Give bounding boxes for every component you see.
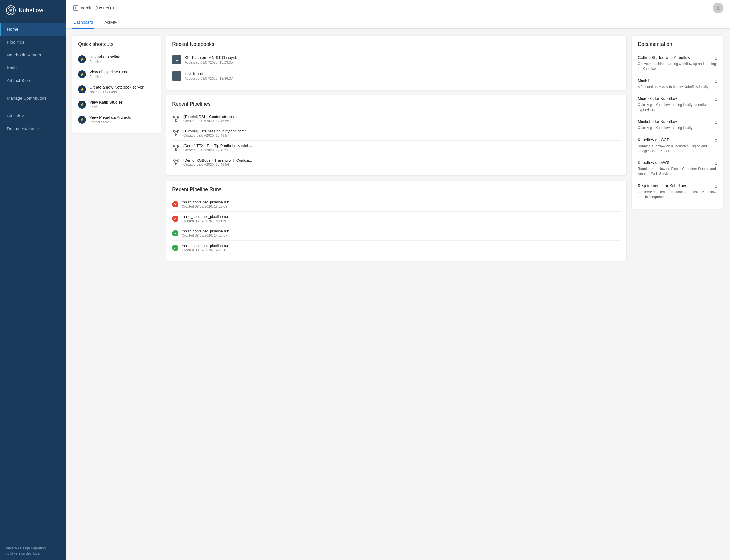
doc-item-6[interactable]: Requirements for Kubeflow ⧉ Get more det… [638, 180, 717, 203]
app-name: Kubeflow [19, 7, 43, 14]
documentation-column: Documentation Getting Started with Kubef… [632, 36, 723, 209]
namespace-dropdown-arrow: ▾ [112, 6, 114, 10]
pipeline-time-3: Created 08/07/2020, 12:46:54 [183, 163, 252, 167]
doc-title-5: Kubeflow on AWS [638, 160, 670, 165]
topbar-left: admin (Owner) ▾ [72, 5, 114, 11]
svg-point-16 [173, 145, 175, 147]
quick-shortcuts-title: Quick shortcuts [78, 41, 155, 47]
sidebar-item-artifact-store[interactable]: Artifact Store [0, 74, 66, 87]
shortcut-metadata-artifacts-label: View Metadata Artifacts [89, 115, 131, 120]
pipeline-item-0[interactable]: [Tutorial] DSL - Control structures Crea… [172, 112, 621, 126]
run-item-3[interactable]: ✓ mnist_container_pipeline run Created 0… [172, 241, 621, 255]
svg-line-9 [176, 117, 178, 120]
notebook-file-icon-1: ≡ [172, 71, 181, 81]
pipeline-item-2[interactable]: [Demo] TFX - Taxi Tip Prediction Model .… [172, 141, 621, 155]
run-status-icon-2: ✓ [172, 230, 178, 236]
doc-item-2[interactable]: Microk8s for Kubeflow ⧉ Quickly get Kube… [638, 93, 717, 116]
tab-dashboard[interactable]: Dashboard [72, 16, 94, 29]
sidebar-item-manage-contributors[interactable]: Manage Contributors [0, 92, 66, 105]
doc-item-1[interactable]: MiniKF ⧉ A fast and easy way to deploy K… [638, 75, 717, 93]
tabs: Dashboard Activity [66, 16, 730, 29]
svg-point-22 [173, 160, 175, 161]
notebook-item-0[interactable]: ≡ KF_Fashion_MNIST (1).ipynb Accessed 08… [172, 52, 621, 68]
svg-point-23 [177, 160, 179, 161]
shortcut-new-notebook-sub: Notebook Servers [89, 90, 144, 94]
shortcut-katib-studies[interactable]: ⚡ View Katib Studies Katib [78, 97, 155, 112]
svg-line-27 [176, 161, 178, 164]
content: Quick shortcuts ⚡ Upload a pipeline Pipe… [66, 29, 730, 560]
pipeline-time-1: Created 08/07/2020, 12:46:57 [183, 134, 249, 138]
recent-pipelines-card: Recent Pipelines [Tutorial] D [166, 95, 626, 175]
shortcut-new-notebook-label: Create a new Notebook server [89, 85, 144, 89]
run-time-3: Created 08/07/2020, 14:25:12 [182, 248, 229, 252]
shortcut-upload-pipeline-label: Upload a pipeline [89, 55, 120, 59]
shortcut-upload-pipeline[interactable]: ⚡ Upload a pipeline Pipelines [78, 52, 155, 67]
run-item-1[interactable]: ✕ mnist_container_pipeline run Created 0… [172, 212, 621, 226]
privacy-link[interactable]: Privacy [6, 546, 17, 550]
doc-item-3[interactable]: Minikube for Kubeflow ⧉ Quickly get Kube… [638, 116, 717, 134]
svg-line-26 [174, 161, 176, 164]
pipeline-item-1[interactable]: [Tutorial] Data passing in python comp..… [172, 126, 621, 141]
doc-desc-3: Quickly get Kubeflow running locally [638, 126, 717, 130]
run-item-0[interactable]: ✕ mnist_container_pipeline run Created 0… [172, 197, 621, 212]
run-item-2[interactable]: ✓ mnist_container_pipeline run Created 0… [172, 226, 621, 241]
sidebar-item-pipelines[interactable]: Pipelines [0, 36, 66, 48]
doc-external-icon-3: ⧉ [715, 120, 717, 125]
sidebar-item-documentation[interactable]: Documentation ↗ [0, 122, 66, 135]
documentation-title: Documentation [638, 41, 717, 47]
build-version: build version dev_local [6, 551, 40, 555]
svg-line-15 [176, 132, 178, 135]
svg-line-20 [174, 146, 176, 149]
shortcut-view-all-runs-sub: Pipelines [89, 75, 127, 79]
doc-desc-1: A fast and easy way to deploy Kubeflow l… [638, 85, 717, 89]
namespace-role: (Owner) [94, 5, 111, 10]
topbar: admin (Owner) ▾ [66, 0, 730, 16]
notebook-item-1[interactable]: ≡ lost+found Accessed 08/07/2020, 13:46:… [172, 68, 621, 84]
sidebar-item-home[interactable]: Home [0, 23, 66, 36]
doc-external-icon-0: ⧉ [715, 56, 717, 61]
user-avatar[interactable] [713, 3, 723, 13]
doc-external-icon-1: ⧉ [715, 79, 717, 84]
shortcut-view-all-runs[interactable]: ⚡ View all pipeline runs Pipelines [78, 67, 155, 82]
sidebar-nav: Home Pipelines Notebook Servers Katib Ar… [0, 21, 66, 542]
shortcut-katib-studies-label: View Katib Studies [89, 100, 122, 105]
svg-point-17 [177, 145, 179, 147]
recent-runs-title: Recent Pipeline Runs [172, 187, 621, 193]
shortcut-metadata-artifacts-sub: Artifact Store [89, 120, 131, 124]
sidebar-item-github[interactable]: GitHub ↗ [0, 109, 66, 122]
doc-item-0[interactable]: Getting Started with Kubeflow ⧉ Get your… [638, 52, 717, 75]
sidebar-item-github-label: GitHub [7, 113, 20, 118]
pipeline-name-0: [Tutorial] DSL - Control structures [183, 115, 238, 119]
namespace-selector[interactable]: admin (Owner) ▾ [81, 5, 114, 10]
run-status-icon-3: ✓ [172, 245, 178, 251]
doc-item-4[interactable]: Kubeflow on GCP ⧉ Running Kubeflow on Ku… [638, 134, 717, 157]
doc-title-1: MiniKF [638, 78, 650, 83]
shortcut-bolt-icon-5: ⚡ [78, 116, 86, 124]
sidebar-item-notebook-servers[interactable]: Notebook Servers [0, 48, 66, 61]
quick-shortcuts-column: Quick shortcuts ⚡ Upload a pipeline Pipe… [72, 36, 161, 133]
doc-desc-2: Quickly get Kubeflow running locally on … [638, 103, 717, 112]
doc-desc-4: Running Kubeflow on Kubernetes Engine an… [638, 144, 717, 154]
external-link-icon-github: ↗ [22, 114, 24, 118]
sidebar-item-manage-contributors-label: Manage Contributors [7, 96, 47, 101]
shortcut-metadata-artifacts[interactable]: ⚡ View Metadata Artifacts Artifact Store [78, 112, 155, 127]
pipeline-item-3[interactable]: [Demo] XGBoost - Training with Confusi..… [172, 155, 621, 169]
notebook-file-icon-0: ≡ [172, 55, 181, 64]
pipeline-graph-icon-3 [172, 158, 180, 166]
doc-desc-6: Get more detailed information about usin… [638, 190, 717, 199]
shortcut-bolt-icon-4: ⚡ [78, 101, 86, 109]
sidebar-item-katib-label: Katib [7, 65, 17, 70]
sidebar-item-katib[interactable]: Katib [0, 61, 66, 74]
shortcut-new-notebook[interactable]: ⚡ Create a new Notebook server Notebook … [78, 82, 155, 97]
middle-column: Recent Notebooks ≡ KF_Fashion_MNIST (1).… [166, 36, 626, 261]
doc-title-0: Getting Started with Kubeflow [638, 55, 690, 60]
usage-reporting-link[interactable]: Usage Reporting [20, 546, 46, 550]
doc-title-6: Requirements for Kubeflow [638, 183, 686, 188]
pipeline-graph-icon-1 [172, 129, 180, 137]
tab-activity[interactable]: Activity [103, 16, 118, 29]
doc-item-5[interactable]: Kubeflow on AWS ⧉ Running Kubeflow on El… [638, 157, 717, 180]
pipeline-time-2: Created 08/07/2020, 12:46:55 [183, 148, 252, 152]
run-time-0: Created 08/07/2020, 15:22:08 [182, 205, 229, 209]
sidebar-divider-1 [0, 89, 66, 89]
doc-external-icon-2: ⧉ [715, 97, 717, 102]
